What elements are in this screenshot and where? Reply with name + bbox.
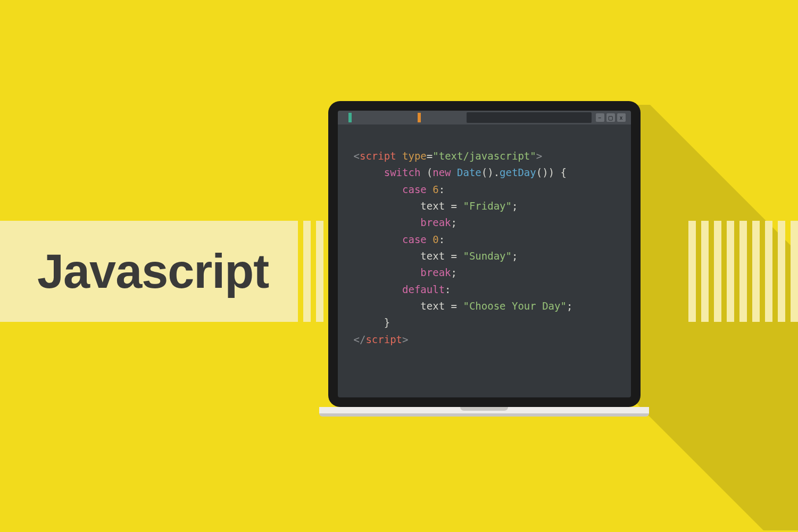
code-token: (). bbox=[481, 167, 500, 178]
code-token: switch bbox=[384, 167, 421, 178]
code-token: ()) { bbox=[536, 167, 567, 178]
code-token: default bbox=[402, 284, 445, 295]
editor-window: − ▢ x <script type="text/javascript"> sw… bbox=[338, 111, 631, 397]
code-token: 6 bbox=[433, 184, 438, 195]
code-token: case bbox=[402, 184, 427, 195]
tab-indicator-icon bbox=[418, 113, 421, 122]
decorative-stripes-right bbox=[688, 221, 798, 322]
code-token: "Friday" bbox=[463, 200, 512, 212]
code-token: break bbox=[420, 217, 451, 228]
code-block: <script type="text/javascript"> switch (… bbox=[354, 148, 573, 348]
code-token: ; bbox=[512, 200, 518, 212]
title-band: Javascript bbox=[0, 221, 298, 322]
code-token: script bbox=[365, 334, 402, 345]
maximize-button[interactable]: ▢ bbox=[606, 113, 615, 122]
code-token: text bbox=[420, 250, 445, 262]
code-token: case bbox=[402, 234, 427, 245]
code-token: > bbox=[536, 150, 542, 162]
code-token: type bbox=[396, 150, 427, 162]
minimize-button[interactable]: − bbox=[596, 113, 604, 122]
code-token: "text/javascript" bbox=[433, 150, 536, 162]
address-bar bbox=[467, 112, 592, 123]
code-token: getDay bbox=[500, 167, 536, 178]
code-token: > bbox=[402, 334, 408, 345]
close-button[interactable]: x bbox=[617, 113, 626, 122]
code-token: text bbox=[420, 300, 445, 312]
laptop-bezel: − ▢ x <script type="text/javascript"> sw… bbox=[328, 101, 641, 407]
page-title: Javascript bbox=[37, 244, 269, 299]
laptop-illustration: − ▢ x <script type="text/javascript"> sw… bbox=[319, 101, 649, 426]
code-token: = bbox=[445, 250, 463, 262]
code-token: : bbox=[445, 284, 451, 295]
window-controls: − ▢ x bbox=[596, 113, 626, 122]
code-token: : bbox=[439, 234, 445, 245]
code-token: text bbox=[420, 200, 445, 212]
code-token: </ bbox=[354, 334, 366, 345]
code-token: ; bbox=[451, 267, 457, 278]
code-token: new bbox=[433, 167, 451, 178]
window-titlebar: − ▢ x bbox=[338, 111, 631, 124]
code-token: "Sunday" bbox=[463, 250, 512, 262]
code-token: Date bbox=[457, 167, 481, 178]
code-token: "Choose Your Day" bbox=[463, 300, 566, 312]
code-token bbox=[427, 184, 433, 195]
code-token: = bbox=[445, 200, 463, 212]
code-token: = bbox=[445, 300, 463, 312]
code-token: : bbox=[439, 184, 445, 195]
code-token: script bbox=[360, 150, 396, 162]
code-token: ( bbox=[420, 167, 433, 178]
code-token: 0 bbox=[433, 234, 438, 245]
laptop-notch bbox=[460, 407, 508, 411]
code-token: < bbox=[354, 150, 360, 162]
code-token: break bbox=[420, 267, 451, 278]
code-token bbox=[451, 167, 457, 178]
code-token: = bbox=[427, 150, 433, 162]
tab-indicator-icon bbox=[348, 113, 352, 122]
laptop-base bbox=[319, 407, 649, 417]
code-token: ; bbox=[567, 300, 572, 312]
code-token: } bbox=[384, 317, 390, 328]
code-token bbox=[427, 234, 433, 245]
code-token: ; bbox=[512, 250, 518, 262]
code-token: ; bbox=[451, 217, 457, 228]
